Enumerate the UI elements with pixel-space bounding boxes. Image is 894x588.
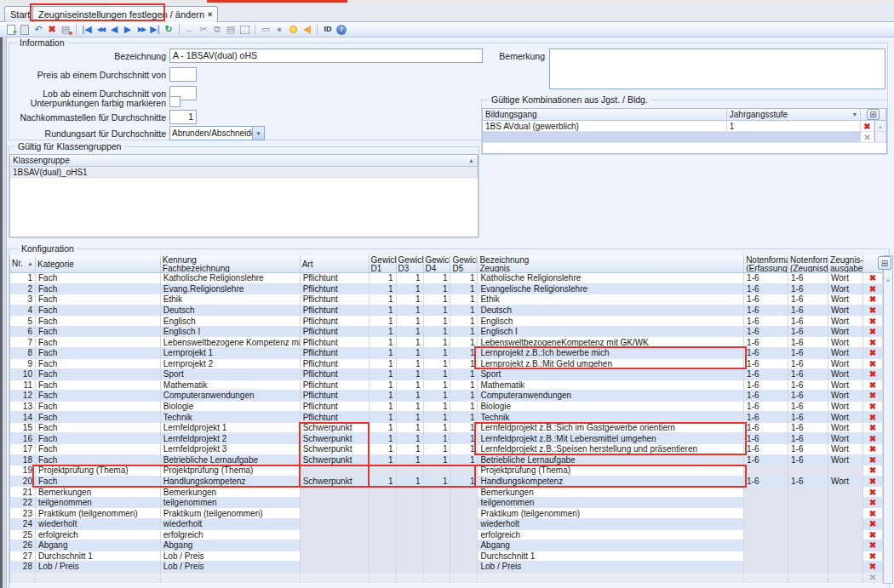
cell-d3[interactable] xyxy=(397,562,424,573)
delete-row-button[interactable]: ✖ xyxy=(863,284,883,295)
cell-art[interactable]: Pflichtunt xyxy=(301,327,370,338)
cell-d5[interactable]: 1 xyxy=(450,359,478,370)
cell-nf1[interactable] xyxy=(744,498,788,509)
cell-ken[interactable]: Computeranwendungen xyxy=(161,391,301,402)
cell-nr[interactable]: 11 xyxy=(10,380,36,391)
delete-row-button[interactable]: ✖ xyxy=(863,519,883,530)
scrollbar-up-icon[interactable]: ▲ xyxy=(874,121,886,131)
cell-d3[interactable] xyxy=(397,465,424,477)
delete-row-button[interactable]: ✖ xyxy=(863,305,883,317)
table-row[interactable]: 1FachKatholische ReligionslehrePflichtun… xyxy=(10,273,883,284)
new-record-icon[interactable]: + xyxy=(4,23,18,36)
delete-row-button[interactable]: ✖ xyxy=(863,423,883,434)
cell-ken[interactable]: Bemerkungen xyxy=(161,487,301,498)
cell-aus[interactable]: Wort xyxy=(828,369,863,380)
cell-art[interactable] xyxy=(301,487,370,498)
cell-nf1[interactable]: 1-6 xyxy=(744,316,788,327)
cell-nf2[interactable]: 1-6 xyxy=(788,391,828,402)
cell-d1[interactable]: 1 xyxy=(370,444,397,455)
cell-d5[interactable]: 1 xyxy=(450,391,478,402)
cell-d5[interactable]: 1 xyxy=(450,477,478,488)
delete-row-icon[interactable]: ✖ xyxy=(869,317,876,325)
cell-art[interactable] xyxy=(301,519,370,530)
cell-kat[interactable]: Fach xyxy=(36,380,161,391)
cell-d5[interactable] xyxy=(450,465,478,477)
cell-d5[interactable] xyxy=(450,551,478,562)
cell-aus[interactable] xyxy=(828,540,863,551)
cell-bez[interactable]: Lernprojekt z.B.:Ich bewerbe mich xyxy=(478,348,744,359)
cell-d4[interactable]: 1 xyxy=(424,348,451,359)
cell-art[interactable]: Pflichtunt xyxy=(301,391,370,402)
undo-icon[interactable]: ↶ xyxy=(32,23,45,36)
table-row[interactable]: 28Lob / PreisLob / PreisLob / Preis✖ xyxy=(10,562,883,573)
cell-d5[interactable] xyxy=(450,573,478,584)
cell-d4[interactable]: 1 xyxy=(424,477,451,488)
delete-row-icon[interactable]: ✖ xyxy=(869,499,876,506)
cell-d4[interactable]: 1 xyxy=(424,380,451,391)
cell-bez[interactable]: LebensweltbezogeneKompetenz mit GK/WK xyxy=(478,337,744,348)
cell-nf1[interactable] xyxy=(744,573,788,584)
cell-art[interactable]: Schwerpunkt xyxy=(301,477,370,488)
cell-art[interactable]: Pflichtunt xyxy=(301,284,370,295)
cell-art[interactable]: Pflichtunt xyxy=(301,337,370,348)
cell-nr[interactable]: 20 xyxy=(10,477,36,488)
cell-aus[interactable]: Wort xyxy=(828,348,863,359)
cell-bez[interactable]: Ethik xyxy=(478,294,744,305)
column-header-bez[interactable]: BezeichnungZeugnis xyxy=(478,255,744,272)
cell-d3[interactable] xyxy=(397,530,424,541)
cell-bez[interactable]: Katholische Religionslehre xyxy=(478,273,744,284)
cell-d1[interactable]: 1 xyxy=(370,455,397,466)
cell-nf2[interactable]: 1-6 xyxy=(788,273,828,284)
cell-d3[interactable]: 1 xyxy=(397,423,424,434)
nachkommastellen-input[interactable]: 1 xyxy=(169,110,197,124)
cell-nf1[interactable]: 1-6 xyxy=(744,444,788,455)
cell-aus[interactable] xyxy=(828,508,863,519)
cell-d5[interactable]: 1 xyxy=(450,305,478,317)
cell-ken[interactable]: Abgang xyxy=(161,540,301,551)
record-id-icon[interactable]: ID xyxy=(321,23,335,36)
cell-d3[interactable]: 1 xyxy=(397,359,424,370)
cell-aus[interactable] xyxy=(828,465,863,477)
table-row[interactable]: 2FachEvang.ReligionslehrePflichtunt1111E… xyxy=(10,284,883,295)
cell-d4[interactable]: 1 xyxy=(424,402,451,413)
delete-row-button[interactable]: ✖ xyxy=(863,444,883,455)
column-header-d5[interactable]: GewichtD5 xyxy=(450,255,478,272)
cell-kat[interactable]: Bemerkungen xyxy=(36,487,161,498)
cell-d5[interactable]: 1 xyxy=(450,433,478,444)
cell-kat[interactable]: Fach xyxy=(36,412,161,423)
cell-nr[interactable]: 27 xyxy=(10,551,36,562)
tab-close-icon[interactable]: × xyxy=(208,10,212,19)
column-header-bildungsgang[interactable]: Bildungsgang xyxy=(483,109,727,120)
cell-bez[interactable]: Englisch I xyxy=(478,327,744,338)
cell-art[interactable]: Schwerpunkt xyxy=(301,444,370,455)
table-row[interactable]: 24wiederholtwiederholtwiederholt✖ xyxy=(10,519,883,530)
table-row[interactable]: 23Praktikum (teilgenommen)Praktikum (tei… xyxy=(10,508,883,519)
cell-nf2[interactable]: 1-6 xyxy=(788,337,828,348)
cell-nf2[interactable] xyxy=(788,508,828,519)
cell-ken[interactable]: Lob / Preis xyxy=(161,562,301,573)
cell-aus[interactable]: Wort xyxy=(828,316,863,327)
cell-ken[interactable]: wiederholt xyxy=(161,519,301,530)
cell-aus[interactable] xyxy=(828,519,863,530)
cell-nf1[interactable]: 1-6 xyxy=(744,380,788,391)
cell-d3[interactable]: 1 xyxy=(397,294,424,305)
cell-d1[interactable] xyxy=(370,573,397,584)
cell-kat[interactable]: Fach xyxy=(36,423,161,434)
cell-art[interactable]: Pflichtunt xyxy=(301,402,370,413)
cell-nf1[interactable]: 1-6 xyxy=(744,402,788,413)
cell-art[interactable]: Schwerpunkt xyxy=(301,423,370,434)
cell-nf2[interactable]: 1-6 xyxy=(788,359,828,370)
column-header-d3[interactable]: GewichtD3 xyxy=(397,255,424,272)
cell-ken[interactable]: Lernfeldprojekt 3 xyxy=(161,444,301,455)
cell-kat[interactable]: Fach xyxy=(36,327,161,338)
cell-d1[interactable]: 1 xyxy=(370,348,397,359)
cell-d1[interactable]: 1 xyxy=(370,477,397,488)
delete-row-button[interactable]: ✖ xyxy=(863,316,883,327)
cell-art[interactable] xyxy=(301,573,370,584)
cell-ken[interactable]: Lebensweltbezogene Kompetenz mit GK/WK xyxy=(161,337,301,348)
delete-row-icon[interactable]: ✖ xyxy=(869,541,876,549)
cell-bez[interactable]: Lernfeldprojekt z.B.:Mit Lebensmittel um… xyxy=(478,433,744,444)
print-icon[interactable]: ▭ xyxy=(259,23,272,36)
cell-ken[interactable]: Betriebliche Lernaufgabe xyxy=(161,455,301,466)
table-row[interactable]: 27Durchschnitt 1Lob / PreisDurchschnitt … xyxy=(10,551,883,562)
